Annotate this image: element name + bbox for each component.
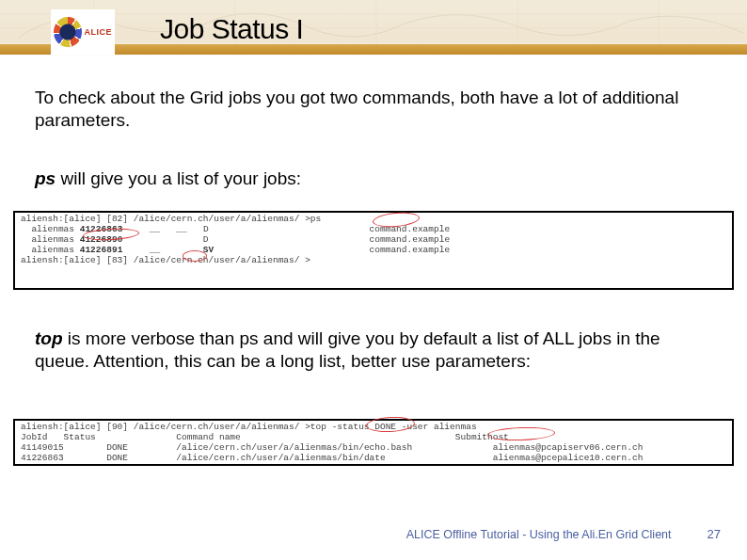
alice-logo: ALICE [51, 9, 115, 55]
intro-paragraph-wrap: To check about the Grid jobs you got two… [35, 87, 714, 133]
ps-terminal-text: aliensh:[alice] [82] /alice/cern.ch/user… [15, 213, 732, 288]
top-description: is more verbose than ps and will give yo… [35, 328, 660, 371]
ps-paragraph-wrap: ps will give you a list of your jobs: [35, 168, 714, 190]
ps-terminal-output: aliensh:[alice] [82] /alice/cern.ch/user… [13, 211, 734, 290]
annotation-circle-sv [183, 250, 207, 262]
top-paragraph-wrap: top is more verbose than ps and will giv… [35, 328, 714, 374]
intro-paragraph: To check about the Grid jobs you got two… [35, 87, 714, 133]
top-terminal-output: aliensh:[alice] [90] /alice/cern.ch/user… [13, 419, 734, 466]
slide-footer: ALICE Offline Tutorial - Using the Ali.E… [0, 527, 747, 541]
top-terminal-text: aliensh:[alice] [90] /alice/cern.ch/user… [15, 421, 732, 464]
alice-logo-disc-icon [54, 17, 82, 47]
slide-title: Job Status I [160, 13, 303, 45]
annotation-circle-submithost [487, 426, 555, 442]
top-command-label: top [35, 328, 63, 348]
ps-paragraph: ps will give you a list of your jobs: [35, 168, 714, 190]
footer-text: ALICE Offline Tutorial - Using the Ali.E… [406, 528, 672, 541]
alice-logo-text: ALICE [85, 27, 113, 37]
ps-command-label: ps [35, 168, 56, 188]
top-paragraph: top is more verbose than ps and will giv… [35, 328, 714, 374]
page-number: 27 [707, 527, 721, 541]
ps-description: will give you a list of your jobs: [56, 168, 301, 188]
